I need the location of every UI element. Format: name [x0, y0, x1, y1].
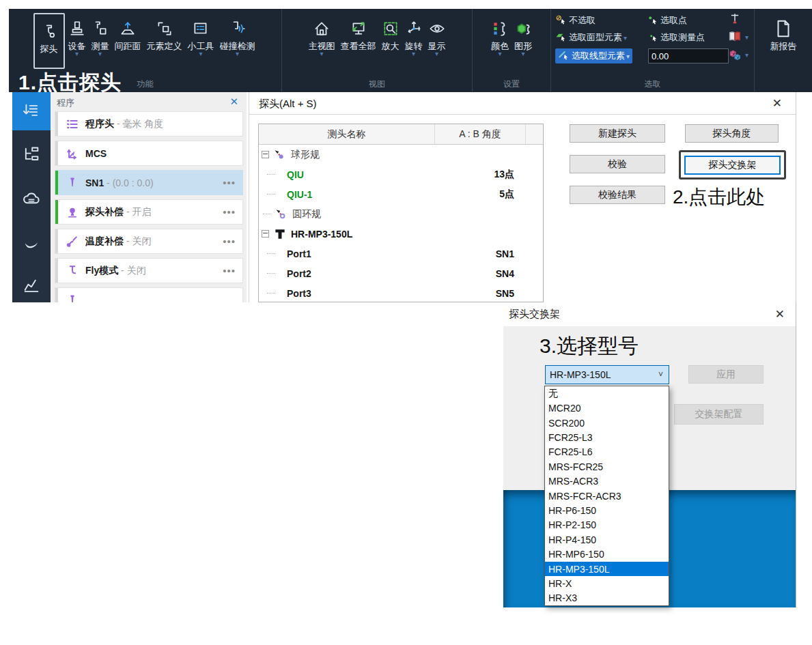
ribbon-button-colors[interactable]: 颜色 ▾ — [489, 14, 511, 59]
program-item-MCS[interactable]: MCS — [55, 141, 243, 166]
collapse-icon[interactable] — [262, 230, 269, 238]
dropdown-option-HR-P4-150[interactable]: HR-P4-150 — [545, 532, 669, 547]
chevron-down-icon[interactable]: ▾ — [745, 51, 748, 59]
tree-row-QIU[interactable]: QIU13点 — [259, 164, 543, 184]
tree-row-Port2[interactable]: Port2SN4 — [259, 263, 543, 283]
column-header-probe-name[interactable]: 测头名称 — [259, 124, 435, 144]
probe-angle-button[interactable]: 探头角度 — [685, 124, 779, 143]
tolerance-input[interactable] — [648, 48, 729, 63]
program-item-温度补偿[interactable]: 温度补偿 - 关闭 ••• — [55, 229, 243, 254]
select-line-button[interactable]: 选取线型元素 ▾ — [555, 48, 632, 63]
chevron-down-icon[interactable]: ▾ — [320, 51, 323, 58]
calibrate-result-button[interactable]: 校验结果 — [570, 186, 665, 204]
select-plane-button[interactable]: 选取面型元素 ▾ — [555, 31, 627, 44]
chevron-down-icon[interactable]: ▾ — [199, 51, 202, 58]
sidebar-item-program-list[interactable] — [12, 92, 51, 130]
ribbon-button-gap-plane[interactable]: 间距面 — [113, 14, 143, 59]
dropdown-option-无[interactable]: 无 — [545, 386, 669, 401]
annotation-highlight-box: 探头交换架 — [679, 150, 786, 180]
chevron-down-icon[interactable]: ▾ — [521, 51, 524, 58]
ribbon-button-device[interactable]: 设备 ▾ — [66, 14, 88, 59]
ribbon-button-home[interactable]: 主视图 ▾ — [307, 14, 337, 59]
dropdown-option-HR-MP6-150[interactable]: HR-MP6-150 — [545, 547, 669, 561]
program-item-SN1[interactable]: SN1 - (0.0 : 0.0) ••• — [55, 170, 243, 195]
column-header-ab-angle[interactable]: A : B 角度 — [435, 124, 526, 144]
tree-item-value: 5点 — [452, 188, 543, 201]
close-icon[interactable]: ✕ — [775, 307, 785, 321]
ribbon-button-view-all[interactable]: 查看全部 — [339, 14, 378, 59]
ribbon-group-select: 不选取 选取点 选取面型元素 ▾ 选取测量点 选取线型元素 ▾ — [551, 9, 755, 92]
ribbon-toolbar: 探头 设备 ▾ 测量 ▾ 间距面 元素定义 小工具 ▾ 碰撞检测 ▾ 功能 主视… — [9, 9, 812, 92]
chevron-down-icon[interactable]: ▾ — [624, 34, 627, 42]
dropdown-option-HR-P6-150[interactable]: HR-P6-150 — [545, 503, 669, 517]
sidebar-item-chart[interactable] — [12, 267, 51, 305]
dropdown-option-MRS-ACR3[interactable]: MRS-ACR3 — [545, 474, 669, 488]
program-item-程序头[interactable]: 程序头 - 毫米 角度 — [55, 111, 243, 137]
select-measure-point-button[interactable]: 选取测量点 — [647, 31, 705, 44]
ribbon-button-graphics[interactable]: 图形 ▾ — [512, 14, 534, 59]
tree-connector — [267, 194, 275, 195]
chevron-down-icon: ˅ — [658, 370, 669, 379]
chevron-down-icon[interactable]: ▾ — [98, 51, 102, 58]
dropdown-option-FCR25-L6[interactable]: FCR25-L6 — [545, 445, 669, 459]
tree-row-圆环规[interactable]: 圆环规 — [259, 204, 543, 224]
program-item-Fly模式[interactable]: Fly模式 - 关闭 ••• — [55, 258, 243, 283]
dropdown-option-HR-X3[interactable]: HR-X3 — [545, 591, 669, 605]
sidebar-item-cloud[interactable] — [12, 180, 51, 218]
chevron-down-icon[interactable]: ▾ — [435, 51, 438, 58]
close-icon[interactable]: ✕ — [229, 96, 238, 108]
chevron-down-icon[interactable]: ▾ — [75, 51, 79, 58]
collapse-icon[interactable] — [262, 151, 269, 158]
sidebar-item-surface[interactable] — [12, 223, 51, 261]
more-menu-icon[interactable]: ••• — [223, 235, 236, 247]
apply-button[interactable]: 应用 — [688, 365, 764, 384]
new-probe-button[interactable]: 新建探头 — [570, 124, 665, 143]
probe-z-icon[interactable] — [727, 13, 742, 27]
feature-cubes-icon[interactable] — [727, 48, 742, 61]
program-item-partial[interactable] — [55, 287, 243, 302]
calibrate-button[interactable]: 校验 — [570, 155, 665, 173]
ribbon-button-probe[interactable]: 探头 — [33, 13, 65, 69]
dropdown-option-MCR20[interactable]: MCR20 — [545, 401, 669, 415]
dropdown-option-MRS-FCR25[interactable]: MRS-FCR25 — [545, 459, 669, 474]
chevron-down-icon[interactable]: ▾ — [626, 53, 630, 60]
no-select-button[interactable]: 不选取 — [555, 14, 596, 27]
chevron-down-icon[interactable]: ▾ — [236, 51, 239, 58]
ribbon-button-collision[interactable]: 碰撞检测 ▾ — [218, 14, 257, 59]
tree-row-Port1[interactable]: Port1SN1 — [259, 244, 543, 263]
ribbon-button-tools[interactable]: 小工具 ▾ — [186, 14, 216, 59]
ribbon-button-measure[interactable]: 测量 ▾ — [89, 14, 111, 59]
more-menu-icon[interactable]: ••• — [223, 177, 236, 188]
dropdown-option-HR-X[interactable]: HR-X — [545, 576, 669, 590]
tree-row-QIU-1[interactable]: QIU-15点 — [259, 184, 543, 204]
rack-config-button[interactable]: 交换架配置 — [674, 404, 764, 425]
dropdown-option-FCR25-L3[interactable]: FCR25-L3 — [545, 430, 669, 444]
select-point-button[interactable]: 选取点 — [647, 14, 687, 27]
dropdown-option-MRS-FCR-ACR3[interactable]: MRS-FCR-ACR3 — [545, 489, 669, 503]
chevron-down-icon[interactable]: ▾ — [498, 51, 501, 58]
program-item-探头补偿[interactable]: 探头补偿 - 开启 ••• — [55, 199, 243, 225]
select-plane-label: 选取面型元素 — [569, 31, 622, 44]
chevron-down-icon[interactable]: ▾ — [412, 51, 415, 58]
more-menu-icon[interactable]: ••• — [223, 206, 236, 218]
more-menu-icon[interactable]: ••• — [223, 265, 236, 276]
close-icon[interactable]: ✕ — [772, 96, 782, 111]
new-report-button[interactable]: 新报告 — [768, 14, 799, 53]
ribbon-button-display[interactable]: 显示 ▾ — [426, 14, 448, 59]
ribbon-button-element-define[interactable]: 元素定义 — [145, 14, 184, 59]
probe-rack-button[interactable]: 探头交换架 — [684, 156, 781, 175]
ribbon-button-rotate[interactable]: 旋转 ▾ — [403, 14, 425, 59]
dropdown-option-HR-P2-150[interactable]: HR-P2-150 — [545, 518, 669, 532]
tree-row-球形规[interactable]: 球形规 — [259, 145, 543, 164]
dropdown-option-HR-MP3-150L[interactable]: HR-MP3-150L — [545, 562, 669, 576]
tree-row-Port3[interactable]: Port3SN5 — [259, 283, 543, 302]
tree-row-HR-MP3-150L[interactable]: HR-MP3-150L — [259, 224, 543, 244]
rack-model-combobox[interactable]: HR-MP3-150L ˅ — [545, 365, 669, 384]
sidebar-item-tree-view[interactable] — [12, 136, 51, 174]
chevron-down-icon[interactable]: ▾ — [745, 33, 748, 41]
ribbon-button-zoom-in[interactable]: 放大 — [380, 14, 402, 59]
ribbon-button-label: 元素定义 — [147, 42, 182, 51]
tree-item-label: QIU-1 — [287, 189, 312, 200]
dropdown-option-SCR200[interactable]: SCR200 — [545, 416, 669, 430]
clearance-book-icon[interactable] — [727, 30, 742, 44]
